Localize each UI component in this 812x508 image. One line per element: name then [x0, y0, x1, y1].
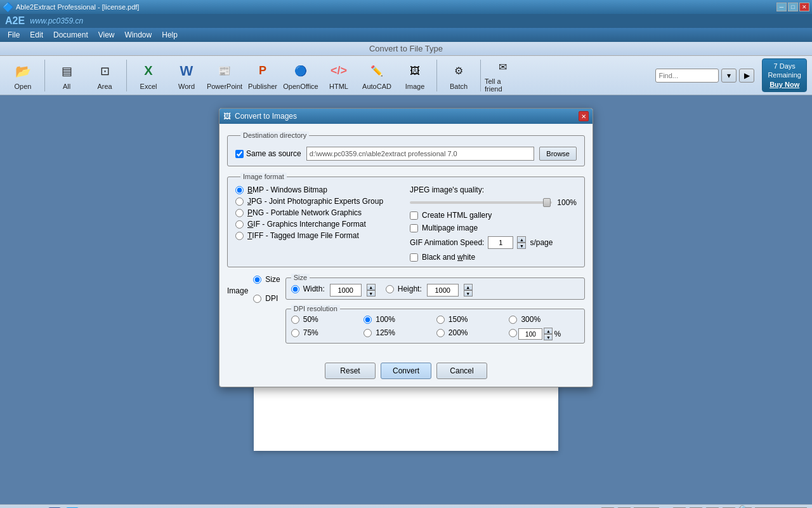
- height-option[interactable]: Height:: [386, 284, 422, 293]
- autocad-icon: ✏️: [367, 61, 387, 81]
- toolbar-word[interactable]: W Word: [169, 58, 204, 93]
- bmp-option[interactable]: BMP - Windows Bitmap: [235, 185, 402, 194]
- dpi-125-radio[interactable]: [363, 329, 372, 337]
- toolbar-excel[interactable]: X Excel: [131, 58, 166, 93]
- dpi-100[interactable]: 100%: [363, 315, 434, 324]
- dpi-radio-option[interactable]: DPI: [253, 294, 280, 303]
- height-down[interactable]: ▼: [464, 290, 473, 297]
- black-white-option[interactable]: Black and white: [410, 253, 577, 262]
- dpi-50[interactable]: 50%: [291, 315, 362, 324]
- dpi-custom[interactable]: [509, 329, 517, 337]
- width-up[interactable]: ▲: [367, 284, 376, 290]
- custom-dpi-down[interactable]: ▼: [544, 334, 553, 340]
- title-bar-left: 🔷 Able2Extract Professional - [license.p…: [3, 2, 139, 12]
- minimize-button[interactable]: ─: [776, 3, 787, 11]
- width-radio[interactable]: [291, 285, 299, 293]
- toolbar-powerpoint[interactable]: 📰 PowerPoint: [207, 58, 242, 93]
- dpi-200-radio[interactable]: [436, 329, 445, 337]
- custom-dpi-up[interactable]: ▲: [544, 328, 553, 334]
- black-white-checkbox[interactable]: [410, 253, 418, 262]
- toolbar-publisher[interactable]: P Publisher: [245, 58, 280, 93]
- menu-document[interactable]: Document: [48, 29, 93, 41]
- menu-bar: File Edit Document View Window Help: [0, 28, 812, 42]
- all-icon: ▤: [56, 61, 77, 81]
- size-radio-option[interactable]: Size: [253, 275, 280, 284]
- dpi-50-radio[interactable]: [291, 316, 299, 324]
- maximize-button[interactable]: □: [788, 3, 798, 11]
- excel-icon: X: [138, 61, 159, 81]
- jpg-option[interactable]: JPG - Joint Photographic Experts Group: [235, 197, 402, 206]
- toolbar-html[interactable]: </> HTML: [321, 58, 357, 93]
- dpi-75-radio[interactable]: [291, 329, 299, 337]
- jpeg-quality-slider[interactable]: [410, 201, 552, 204]
- height-input[interactable]: [427, 284, 459, 297]
- dpi-legend: DPI resolution: [291, 305, 340, 312]
- tiff-option[interactable]: TIFF - Tagged Image File Format: [235, 231, 402, 240]
- toolbar-autocad[interactable]: ✏️ AutoCAD: [359, 58, 395, 93]
- dpi-custom-radio[interactable]: [509, 329, 517, 337]
- gif-speed-down[interactable]: ▼: [517, 243, 526, 249]
- area-icon: ⊡: [95, 61, 115, 81]
- bmp-radio[interactable]: [235, 186, 244, 194]
- dpi-100-radio[interactable]: [363, 316, 372, 324]
- multipage-image-checkbox[interactable]: [410, 224, 418, 232]
- find-input[interactable]: [655, 69, 719, 83]
- toolbar-open[interactable]: 📂 Open: [5, 58, 41, 93]
- find-dropdown-btn[interactable]: ▾: [721, 69, 737, 83]
- reset-button[interactable]: Reset: [325, 363, 376, 379]
- tiff-radio[interactable]: [235, 232, 244, 240]
- width-down[interactable]: ▼: [367, 290, 376, 297]
- menu-view[interactable]: View: [93, 29, 120, 41]
- word-icon: W: [176, 61, 197, 81]
- png-radio[interactable]: [235, 209, 244, 217]
- menu-help[interactable]: Help: [157, 29, 183, 41]
- width-input[interactable]: [330, 284, 362, 297]
- same-as-source-label[interactable]: Same as source: [235, 149, 301, 158]
- size-radio[interactable]: [253, 276, 261, 284]
- dpi-200[interactable]: 200%: [436, 328, 507, 338]
- gif-speed-up[interactable]: ▲: [517, 236, 526, 243]
- multipage-image-option[interactable]: Multipage image: [410, 224, 577, 232]
- menu-file[interactable]: File: [3, 29, 25, 41]
- dpi-150-radio[interactable]: [436, 316, 445, 324]
- dpi-150[interactable]: 150%: [436, 315, 507, 324]
- close-button[interactable]: ✕: [799, 3, 809, 11]
- convert-button[interactable]: Convert: [381, 363, 431, 379]
- height-radio[interactable]: [386, 285, 394, 293]
- height-up[interactable]: ▲: [464, 284, 473, 290]
- gif-option[interactable]: GIF - Graphics Interchange Format: [235, 220, 402, 229]
- same-as-source-checkbox[interactable]: [235, 150, 244, 158]
- menu-edit[interactable]: Edit: [25, 29, 48, 41]
- create-html-gallery-checkbox[interactable]: [410, 211, 418, 220]
- buy-now-button[interactable]: 7 Days Remaining Buy Now: [762, 58, 807, 92]
- toolbar-all[interactable]: ▤ All: [49, 58, 84, 93]
- toolbar: 📂 Open ▤ All ⊡ Area X Excel W Word 📰 Pow…: [0, 56, 812, 95]
- gif-radio[interactable]: [235, 220, 244, 229]
- toolbar-batch[interactable]: ⚙ Batch: [441, 58, 476, 93]
- toolbar-area[interactable]: ⊡ Area: [87, 58, 122, 93]
- dialog-close-button[interactable]: ✕: [579, 111, 589, 121]
- publisher-label: Publisher: [248, 83, 277, 90]
- dpi-300[interactable]: 300%: [509, 315, 579, 324]
- jpg-radio[interactable]: [235, 197, 244, 206]
- create-html-gallery-option[interactable]: Create HTML gallery: [410, 211, 577, 220]
- browse-button[interactable]: Browse: [539, 147, 577, 161]
- menu-window[interactable]: Window: [120, 29, 157, 41]
- dpi-75[interactable]: 75%: [291, 328, 362, 338]
- gif-speed-input[interactable]: [488, 236, 513, 249]
- dpi-300-radio[interactable]: [509, 316, 517, 324]
- size-group: Size Width: ▲ ▼: [285, 274, 585, 300]
- convert-to-images-dialog: 🖼 Convert to Images ✕ Destination direct…: [219, 108, 593, 387]
- dpi-radio[interactable]: [253, 295, 261, 303]
- dialog-title-text: 🖼 Convert to Images: [223, 112, 297, 121]
- destination-path-input[interactable]: [306, 147, 535, 161]
- png-option[interactable]: PNG - Portable Network Graphics: [235, 208, 402, 217]
- width-option[interactable]: Width:: [291, 284, 325, 293]
- toolbar-image[interactable]: 🖼 Image: [397, 58, 433, 93]
- find-go-btn[interactable]: ▶: [739, 69, 754, 83]
- dpi-125[interactable]: 125%: [363, 328, 434, 338]
- toolbar-tell-a-friend[interactable]: ✉ Tell a friend: [485, 58, 520, 93]
- cancel-button[interactable]: Cancel: [436, 363, 487, 379]
- toolbar-openoffice[interactable]: 🔵 OpenOffice: [283, 58, 318, 93]
- custom-dpi-input[interactable]: [518, 328, 542, 340]
